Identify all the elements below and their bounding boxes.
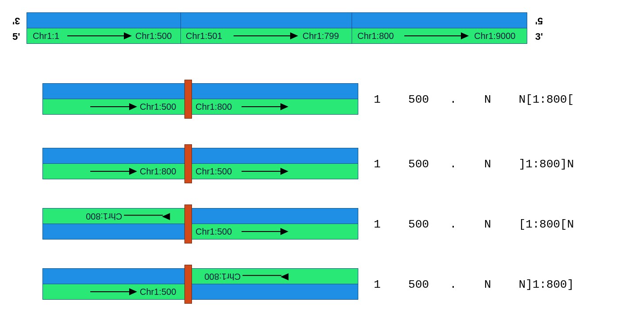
row3-right-top (188, 208, 358, 224)
row4-left-top (42, 268, 189, 284)
ref-antisense-strand (27, 12, 527, 28)
end-label-5prime-tr: 5' (535, 15, 543, 27)
row4-vcf: 1 500 . N N]1:800] (374, 278, 574, 291)
row2-left-label: Chr1:800 (140, 166, 176, 177)
row1-right-label: Chr1:800 (196, 102, 232, 112)
end-label-3prime-br: 3' (535, 31, 543, 42)
bnd-row-1: Chr1:500 Chr1:800 (42, 83, 357, 114)
bnd-row-3: Chr1:800 Chr1:500 (42, 208, 357, 239)
end-label-3prime-tl: 3' (12, 15, 20, 27)
row3-left-bot (42, 224, 189, 239)
row4-right-bot (188, 284, 358, 300)
ref-divider-2 (352, 12, 352, 43)
bnd-row-4: Chr1:500 Chr1:800 (42, 268, 357, 299)
row3-vcf: 1 500 . N [1:800[N (374, 218, 574, 231)
bnd-row-2: Chr1:800 Chr1:500 (42, 148, 357, 179)
row1-left-label: Chr1:500 (140, 102, 176, 112)
row2-right-label: Chr1:500 (196, 166, 232, 177)
ref-divider-1 (180, 12, 181, 43)
diagram-canvas: 3' 5' 5' 3' Chr1:1 Chr1:500 Chr1:501 Chr… (0, 0, 644, 336)
ref-seg1-start: Chr1:1 (33, 31, 59, 41)
end-label-5prime-bl: 5' (12, 31, 20, 42)
row1-antisense (42, 83, 358, 99)
ref-seg3-start: Chr1:800 (357, 31, 394, 41)
row2-antisense (42, 148, 358, 164)
row4-breakpoint (184, 265, 192, 304)
row1-breakpoint (184, 80, 192, 119)
ref-seg2-end: Chr1:799 (303, 31, 339, 41)
row2-vcf: 1 500 . N ]1:800]N (374, 158, 574, 171)
row1-vcf: 1 500 . N N[1:800[ (374, 93, 574, 106)
row4-right-label: Chr1:800 (204, 271, 288, 282)
row2-breakpoint (184, 144, 192, 183)
ref-seg2-start: Chr1:501 (186, 31, 222, 41)
ref-seg1-end: Chr1:500 (135, 31, 172, 41)
row4-left-label: Chr1:500 (140, 287, 176, 297)
row3-breakpoint (184, 205, 192, 243)
row3-right-label: Chr1:500 (196, 227, 232, 237)
ref-seg3-end: Chr1:9000 (474, 31, 515, 41)
row3-left-label: Chr1:800 (86, 211, 170, 221)
